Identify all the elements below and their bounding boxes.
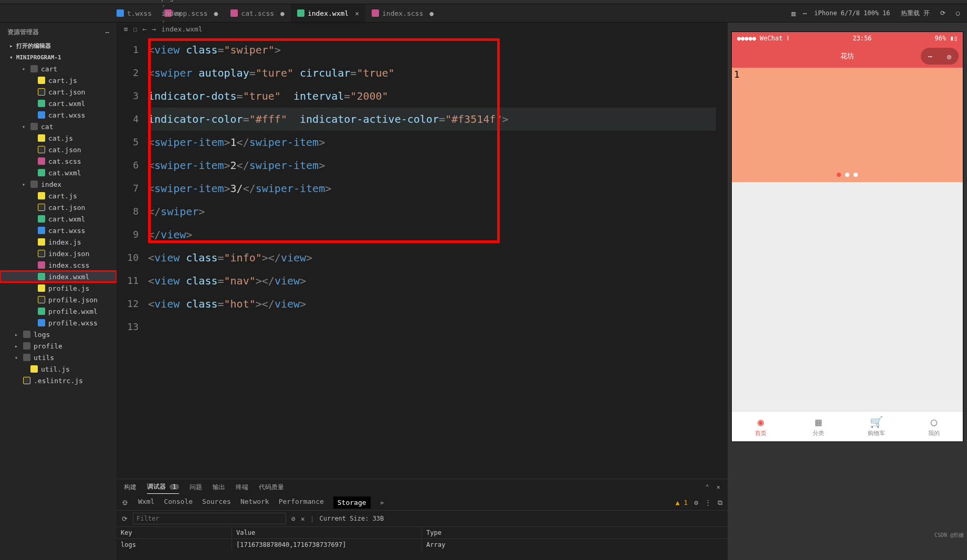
editor-tab[interactable]: index.scss● [365,4,440,22]
project-name[interactable]: MINIPROGRAM-1 [16,54,61,61]
tree-item[interactable]: ▸profile [0,340,117,352]
swiper[interactable]: 1 [732,68,963,182]
split-editor-icon[interactable]: ▥ [791,9,795,17]
editor-tab[interactable]: t.wxss [110,4,158,22]
devtools-tab-sources[interactable]: Sources [202,496,231,509]
json-icon [38,250,45,257]
breadcrumb-item[interactable]: index.wxml [161,25,206,33]
tree-item[interactable]: profile.wxml [0,305,117,317]
nav-back-icon[interactable]: ← [143,25,147,33]
kebab-icon[interactable]: ⋮ [705,499,711,507]
tree-item[interactable]: cart.js [0,190,117,202]
tree-item[interactable]: ▸logs [0,329,117,340]
devtools-tab-console[interactable]: Console [164,496,193,509]
tree-item[interactable]: cart.json [0,86,117,98]
col-key[interactable]: Key [117,527,232,538]
js-icon [38,192,45,199]
chevron-icon[interactable]: ▸ [9,43,13,49]
tabbar-item[interactable]: 🛒购物车 [847,411,905,441]
close-icon[interactable]: ✕ [717,483,720,491]
breadcrumb-item[interactable]: pages [161,0,206,2]
close-icon[interactable]: ✕ [355,9,359,17]
tree-item[interactable]: profile.js [0,282,117,294]
devtools-tab-storage[interactable]: Storage [333,496,371,509]
panel-tab-debugger[interactable]: 调试器 1 [147,480,179,494]
folder-icon [30,123,38,130]
code-editor[interactable]: 12345678910111213 <view class="swiper"><… [117,36,728,479]
refresh-icon[interactable]: ⟳ [122,515,128,523]
tree-item[interactable]: cat.wxml [0,167,117,178]
breadcrumb-item[interactable]: index [161,9,206,17]
tree-item[interactable]: index.js [0,236,117,248]
wxss-icon [117,9,124,17]
tabbar-item[interactable]: ◯我的 [905,411,963,441]
js-icon [38,77,45,84]
col-value[interactable]: Value [232,527,422,538]
tree-item[interactable]: profile.wxss [0,317,117,329]
panel-tab-terminal[interactable]: 终端 [236,481,248,494]
filter-input[interactable] [133,513,286,524]
code-area[interactable]: <view class="swiper"><swiper autoplay="t… [148,36,728,479]
device-selector[interactable]: iPhone 6/7/8 100% 16 [814,9,890,17]
tree-item[interactable]: cat.json [0,144,117,155]
table-row[interactable]: logs [1716738878040,1716738737697] Array [117,539,728,551]
explorer-more-icon[interactable]: ⋯ [106,29,110,36]
tree-item[interactable]: ▾index [0,178,117,190]
panel-tab-problems[interactable]: 问题 [190,481,202,494]
editor-tab[interactable]: index.wxml✕ [291,4,365,22]
tab-icon: ◉ [758,416,764,428]
settings-icon[interactable]: ⚙ [694,499,698,507]
nav-forward-icon[interactable]: → [152,25,156,33]
editor-tab[interactable]: cat.scss● [224,4,290,22]
col-type[interactable]: Type [422,527,728,538]
tree-item[interactable]: cat.scss [0,155,117,167]
wxss-icon [38,111,45,119]
tree-item[interactable]: .eslintrc.js [0,375,117,386]
tree-item[interactable]: cart.js [0,75,117,86]
tree-item[interactable]: ▾cart [0,63,117,75]
wxss-icon [38,227,45,234]
stop-icon[interactable]: ◯ [956,9,960,17]
block-icon[interactable]: ⊘ [291,515,296,523]
devtools-tab-network[interactable]: Network [240,496,269,509]
tree-item[interactable]: cart.json [0,202,117,213]
tree-item[interactable]: cart.wxml [0,213,117,225]
scss-icon [38,157,45,165]
inspect-icon[interactable]: ⯐ [122,499,129,506]
dock-icon[interactable]: ⧉ [718,499,722,507]
panel-tab-output[interactable]: 输出 [213,481,225,494]
tree-item[interactable]: cart.wxss [0,225,117,236]
tree-item[interactable]: profile.json [0,294,117,305]
breadcrumb[interactable]: ≡ ☐ ← → pages › index › index.wxml › vie… [117,23,728,36]
more-tabs-icon[interactable]: » [380,499,384,506]
refresh-icon[interactable]: ⟳ [940,9,945,17]
chevron-icon[interactable]: ▾ [9,54,13,61]
tree-item[interactable]: cat.js [0,132,117,144]
capsule-menu-icon[interactable]: ⋯ [921,52,940,60]
capsule-close-icon[interactable]: ◎ [940,52,959,60]
tree-item[interactable]: index.scss [0,259,117,271]
hot-reload-status[interactable]: 热重载 开 [901,9,930,18]
tree-item[interactable]: ▾cat [0,121,117,132]
chevron-up-icon[interactable]: ⌃ [706,483,709,491]
devtools-tab-performance[interactable]: Performance [279,496,324,509]
tree-item[interactable]: util.js [0,363,117,375]
panel-tab-build[interactable]: 构建 [124,481,136,494]
clear-icon[interactable]: ✕ [301,515,305,523]
tree-item[interactable]: ▾utils [0,352,117,363]
tree-item[interactable]: index.wxml [0,271,117,282]
panel-tab-quality[interactable]: 代码质量 [259,481,284,494]
tree-item[interactable]: cart.wxml [0,98,117,109]
warning-badge[interactable]: ▲ 1 [676,499,688,507]
more-icon[interactable]: ⋯ [803,9,807,17]
bookmark-icon[interactable]: ☐ [133,25,138,33]
toggle-sidebar-icon[interactable]: ≡ [124,25,128,33]
tree-item[interactable]: cart.wxss [0,109,117,121]
wxml-icon [38,215,45,223]
tabbar-item[interactable]: ▦分类 [790,411,847,441]
tree-item[interactable]: index.json [0,248,117,259]
open-editors-label[interactable]: 打开的编辑器 [16,42,51,50]
devtools-tab-wxml[interactable]: Wxml [138,496,154,509]
scss-icon [38,261,45,269]
tabbar-item[interactable]: ◉首页 [732,411,790,441]
